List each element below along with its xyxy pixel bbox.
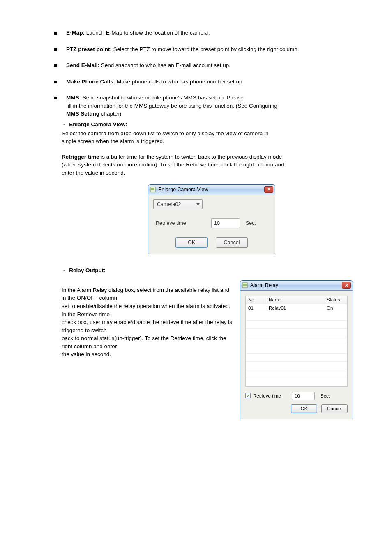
cancel-button[interactable]: Cancel (216, 237, 248, 248)
subitem-enlarge-title: Enlarge Camera View: (69, 121, 127, 127)
table-row-empty (246, 354, 347, 362)
camera-select[interactable]: Camera02 (153, 199, 203, 209)
bullet-emap: E-Map: Launch E-Map to show the location… (66, 29, 353, 37)
subitem-relay-title: Relay Output: (69, 267, 106, 273)
label-emap: E-Map: (66, 30, 85, 36)
text-mms-a: Send snapshot to whose mobile phone's MM… (83, 95, 244, 101)
sec-label: Sec. (246, 220, 256, 227)
retrigger-rest: is a buffer time for the system to switc… (99, 154, 282, 160)
retrieve-time-value: 10 (214, 220, 220, 227)
relay-table: No. Name Status 01 Relay01 On (245, 296, 348, 387)
sec-label: Sec. (321, 393, 330, 400)
cancel-button[interactable]: Cancel (321, 404, 348, 413)
text-phone: Make phone calls to who has phone number… (117, 79, 244, 85)
app-icon (150, 187, 156, 192)
retrieve-time-checkbox[interactable]: ✓ (245, 393, 251, 398)
retrieve-time-input[interactable]: 10 (292, 392, 315, 400)
ok-label: OK (301, 405, 308, 412)
chevron-down-icon (196, 204, 200, 206)
text-ptz: Select the PTZ to move toward the preset… (113, 46, 299, 52)
label-email: Send E-Mail: (66, 62, 99, 68)
close-button[interactable]: ✕ (264, 186, 273, 193)
label-phone: Make Phone Calls: (66, 79, 115, 85)
col-status[interactable]: Status (324, 296, 347, 304)
text-mms-b: fill in the information for the MMS gate… (66, 103, 277, 109)
table-row-empty (246, 329, 347, 337)
text-email: Send snapshot to who has an E-mail accou… (101, 62, 231, 68)
ok-button[interactable]: OK (175, 237, 208, 248)
subitem-enlarge-body-a: Select the camera from drop down list to… (62, 130, 353, 138)
table-row-empty (246, 321, 347, 329)
svg-rect-1 (151, 188, 154, 190)
relay-body-d: back to normal status(un-trigger). To se… (62, 334, 235, 350)
camera-select-value: Camera02 (157, 201, 196, 208)
dialog-title: Enlarge Camera View (158, 186, 264, 193)
retrigger-line3: enter the value in second. (62, 169, 353, 177)
col-no[interactable]: No. (246, 296, 266, 304)
col-name[interactable]: Name (266, 296, 324, 304)
cancel-label: Cancel (327, 405, 342, 412)
bullet-icon (54, 81, 57, 83)
retrigger-bold: Retrigger time (62, 154, 99, 160)
table-row-empty (246, 312, 347, 321)
retrieve-time-input[interactable]: 10 (211, 218, 240, 228)
check-icon: ✓ (247, 394, 250, 398)
cell-name: Relay01 (266, 304, 324, 312)
close-icon: ✕ (345, 283, 348, 288)
relay-body-e: the value in second. (62, 350, 235, 358)
text-emap: Launch E-Map to show the location of the… (86, 30, 210, 36)
cell-status: On (324, 304, 347, 312)
table-row-empty (246, 378, 347, 386)
subitem-enlarge-body-b: single screen when the alarm is triggere… (62, 137, 353, 146)
enlarge-camera-dialog: Enlarge Camera View ✕ Camera02 Retrieve … (148, 184, 275, 254)
bullet-icon (54, 64, 57, 67)
mms-chapter: MMS Setting (66, 111, 99, 117)
bullet-icon (54, 32, 57, 35)
close-icon: ✕ (267, 187, 271, 192)
table-row-empty (246, 337, 347, 345)
retrieve-time-label: Retrieve time (253, 393, 292, 400)
bullet-icon (54, 48, 57, 51)
cancel-label: Cancel (224, 239, 240, 246)
app-icon (242, 282, 248, 288)
table-row-empty (246, 362, 347, 370)
dash: - (63, 267, 65, 273)
label-ptz: PTZ preset point: (66, 46, 112, 52)
label-mms: MMS: (66, 95, 81, 101)
relay-body-b: set to enable/disable the relay operatio… (62, 302, 235, 318)
bullet-mms: MMS: Send snapshot to whose mobile phone… (66, 94, 353, 118)
bullet-ptz: PTZ preset point: Select the PTZ to move… (66, 45, 353, 53)
table-row-empty (246, 370, 347, 378)
bullet-phone: Make Phone Calls: Make phone calls to wh… (66, 78, 353, 86)
relay-body-a: In the Alarm Relay dialog box, select fr… (62, 286, 235, 302)
relay-body-c: check box, user may enable/disable the r… (62, 318, 235, 334)
svg-rect-3 (243, 284, 247, 286)
dialog-titlebar[interactable]: Alarm Relay ✕ (240, 281, 353, 291)
ok-label: OK (188, 239, 195, 246)
ok-button[interactable]: OK (291, 404, 317, 413)
table-row-empty (246, 345, 347, 354)
cell-no: 01 (246, 304, 266, 312)
bullet-icon (54, 97, 57, 99)
dash: - (63, 121, 65, 127)
text-mms-close: chapter) (101, 111, 122, 117)
table-row[interactable]: 01 Relay01 On (246, 304, 347, 312)
bullet-email: Send E-Mail: Send snapshot to who has an… (66, 61, 353, 69)
dialog-titlebar[interactable]: Enlarge Camera View ✕ (148, 185, 275, 194)
close-button[interactable]: ✕ (342, 282, 351, 289)
dialog-title: Alarm Relay (250, 282, 342, 289)
alarm-relay-dialog: Alarm Relay ✕ No. Name Status 01 Relay01… (240, 280, 353, 419)
retrieve-time-label: Retrieve time (156, 220, 211, 227)
retrieve-time-value: 10 (295, 393, 300, 400)
retrigger-line2: (when system detects no more motion). To… (62, 161, 353, 169)
